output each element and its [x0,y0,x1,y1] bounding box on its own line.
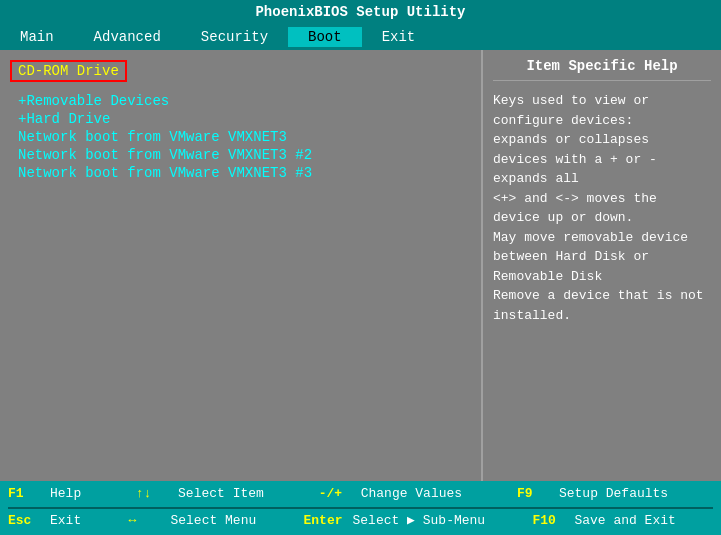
bios-screen: PhoenixBIOS Setup Utility MainAdvancedSe… [0,0,721,535]
status-desc: Select ▶ Sub-Menu [353,511,486,532]
menu-item-main[interactable]: Main [0,27,74,47]
status-key: -/+ [319,484,351,505]
status-desc: Exit [50,511,81,532]
boot-list: +Removable Devices+Hard Drive Network bo… [10,92,471,182]
status-desc: Help [50,484,81,505]
title-bar: PhoenixBIOS Setup Utility [0,0,721,24]
status-bar: F1Help↑↓Select Item-/+Change ValuesF9Set… [0,481,721,535]
help-title: Item Specific Help [493,58,711,81]
left-panel: CD-ROM Drive +Removable Devices+Hard Dri… [0,50,481,481]
menu-item-exit[interactable]: Exit [362,27,436,47]
status-key: F9 [517,484,549,505]
status-key: Esc [8,511,40,532]
selected-boot-item[interactable]: CD-ROM Drive [10,60,127,82]
app-title: PhoenixBIOS Setup Utility [255,4,465,20]
status-key: ↔ [128,511,160,532]
list-item[interactable]: +Removable Devices [10,92,471,110]
status-desc: Setup Defaults [559,484,668,505]
list-item[interactable]: Network boot from VMware VMXNET3 #3 [10,164,471,182]
right-panel: Item Specific Help Keys used to view or … [481,50,721,481]
list-item[interactable]: Network boot from VMware VMXNET3 #2 [10,146,471,164]
status-row: F1Help↑↓Select Item-/+Change ValuesF9Set… [8,484,713,505]
menu-bar[interactable]: MainAdvancedSecurityBootExit [0,24,721,50]
list-item[interactable]: Network boot from VMware VMXNET3 [10,128,471,146]
list-item[interactable]: +Hard Drive [10,110,471,128]
status-desc: Select Item [178,484,264,505]
status-key: ↑↓ [136,484,168,505]
status-desc: Select Menu [170,511,256,532]
menu-item-security[interactable]: Security [181,27,288,47]
status-desc: Change Values [361,484,462,505]
status-key: F10 [532,511,564,532]
status-row: EscExit↔Select MenuEnterSelect ▶ Sub-Men… [8,511,713,532]
status-key: Enter [303,511,342,532]
status-desc: Save and Exit [574,511,675,532]
main-content: CD-ROM Drive +Removable Devices+Hard Dri… [0,50,721,481]
help-text: Keys used to view or configure devices: … [493,91,711,325]
menu-item-boot[interactable]: Boot [288,27,362,47]
status-key: F1 [8,484,40,505]
menu-item-advanced[interactable]: Advanced [74,27,181,47]
